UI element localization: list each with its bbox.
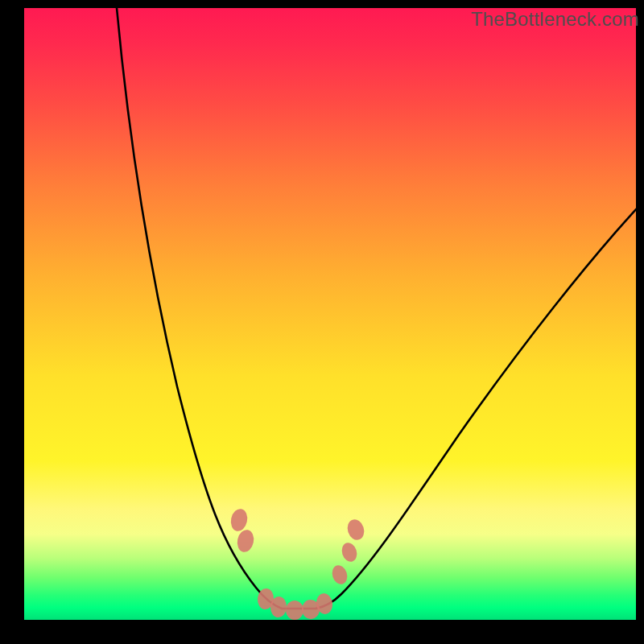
marker-left-upper	[229, 507, 249, 533]
watermark-text: TheBottleneck.com	[471, 8, 639, 31]
left-curve	[117, 8, 282, 609]
chart-plot-area	[24, 8, 636, 620]
marker-left-lower	[235, 528, 255, 554]
marker-right-upper	[345, 518, 366, 543]
marker-floor-3	[286, 601, 303, 620]
marker-right-mid	[340, 541, 360, 564]
chart-svg	[24, 8, 636, 620]
marker-right-lower	[330, 564, 350, 586]
right-curve	[316, 209, 636, 609]
curve-group	[117, 8, 636, 609]
marker-group	[229, 507, 366, 620]
